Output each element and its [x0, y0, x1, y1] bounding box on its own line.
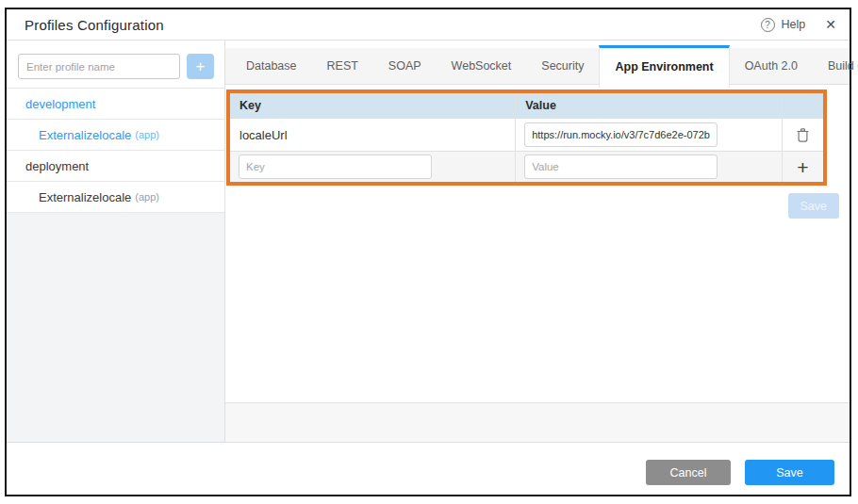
tab-rest[interactable]: REST — [312, 48, 373, 85]
app-label: Externalizelocale — [39, 128, 131, 142]
header-actions: ? Help ✕ — [761, 17, 836, 32]
key-column-header: Key — [230, 99, 261, 112]
env-key-label: localeUrl — [230, 128, 288, 142]
tabbar-gap — [225, 41, 850, 48]
dialog-footer: Cancel Save — [7, 442, 850, 495]
app-suffix: (app) — [135, 191, 159, 203]
tab-app-environment[interactable]: App Environment — [599, 45, 729, 88]
dialog-body: + development Externalizelocale (app) de… — [7, 41, 850, 442]
value-column-header: Value — [516, 99, 556, 112]
tab-database[interactable]: Database — [231, 48, 312, 85]
help-icon[interactable]: ? — [761, 18, 775, 32]
profile-label: deployment — [25, 159, 89, 173]
trash-icon — [797, 128, 809, 142]
save-button[interactable]: Save — [745, 460, 834, 485]
dialog-header: Profiles Configuration ? Help ✕ — [7, 9, 850, 41]
app-suffix: (app) — [135, 129, 159, 140]
tab-oauth[interactable]: OAuth 2.0 — [730, 48, 813, 85]
add-row-button[interactable]: + — [797, 157, 808, 177]
table-header-row: Key Value — [230, 93, 823, 118]
app-environment-panel: Key Value localeUrl — [225, 85, 850, 402]
tab-build-options[interactable]: Build Options — [813, 48, 858, 85]
add-profile-button[interactable]: + — [187, 54, 214, 79]
panel-save-row: Save — [225, 193, 839, 219]
cancel-button[interactable]: Cancel — [646, 460, 731, 485]
sidebar-item-externalizelocale-development[interactable]: Externalizelocale (app) — [7, 120, 224, 151]
tab-bar: Database REST SOAP WebSocket Security Ap… — [225, 48, 850, 85]
delete-row-button[interactable] — [797, 128, 809, 142]
close-icon[interactable]: ✕ — [825, 17, 836, 32]
tab-security[interactable]: Security — [526, 48, 599, 85]
plus-icon: + — [797, 157, 808, 177]
sidebar-item-development[interactable]: development — [7, 89, 224, 120]
tab-soap[interactable]: SOAP — [373, 48, 437, 85]
profile-label: development — [25, 97, 95, 111]
main-panel: Database REST SOAP WebSocket Security Ap… — [225, 41, 850, 442]
sidebar-item-deployment[interactable]: deployment — [7, 151, 224, 182]
help-button[interactable]: Help — [782, 18, 806, 31]
app-label: Externalizelocale — [39, 190, 131, 204]
profiles-sidebar: + development Externalizelocale (app) de… — [7, 41, 225, 442]
page-title: Profiles Configuration — [25, 17, 164, 33]
new-value-input[interactable] — [524, 154, 718, 179]
sidebar-item-externalizelocale-deployment[interactable]: Externalizelocale (app) — [7, 182, 224, 213]
env-variables-table: Key Value localeUrl — [230, 93, 823, 182]
profiles-configuration-dialog: Profiles Configuration ? Help ✕ + develo… — [5, 8, 851, 496]
new-row: + — [230, 151, 823, 182]
sidebar-empty-area — [7, 213, 224, 442]
add-profile-row: + — [7, 41, 224, 88]
plus-icon: + — [196, 57, 206, 75]
env-value-input[interactable] — [524, 122, 718, 147]
profile-name-input[interactable] — [18, 54, 180, 79]
new-key-input[interactable] — [239, 154, 432, 179]
panel-save-button[interactable]: Save — [788, 193, 840, 219]
tab-websocket[interactable]: WebSocket — [437, 48, 527, 85]
profile-list: development Externalizelocale (app) depl… — [7, 88, 224, 213]
table-row: localeUrl — [230, 118, 823, 151]
actions-column-header — [783, 93, 823, 118]
highlight-annotation-box: Key Value localeUrl — [226, 89, 827, 186]
panel-bottom-strip — [225, 402, 850, 442]
